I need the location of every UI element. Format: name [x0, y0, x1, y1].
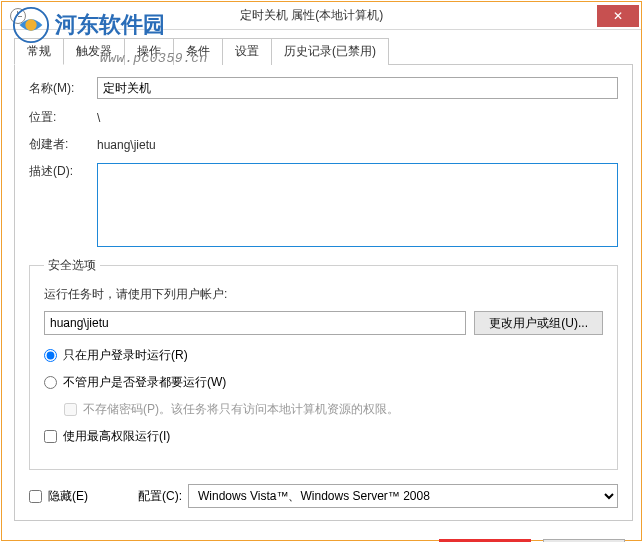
config-label: 配置(C):	[138, 488, 182, 505]
tab-bar: 常规 触发器 操作 条件 设置 历史记录(已禁用)	[14, 38, 641, 65]
radio-any-user-row[interactable]: 不管用户是否登录都要运行(W)	[44, 374, 603, 391]
radio-logged-on-label: 只在用户登录时运行(R)	[63, 347, 188, 364]
tab-conditions[interactable]: 条件	[173, 38, 223, 65]
run-as-label: 运行任务时，请使用下列用户帐户:	[44, 286, 603, 303]
tab-general[interactable]: 常规	[14, 38, 64, 65]
config-select[interactable]: Windows Vista™、Windows Server™ 2008	[188, 484, 618, 508]
change-user-button[interactable]: 更改用户或组(U)...	[474, 311, 603, 335]
radio-any-user-label: 不管用户是否登录都要运行(W)	[63, 374, 226, 391]
radio-logged-on-row[interactable]: 只在用户登录时运行(R)	[44, 347, 603, 364]
desc-label: 描述(D):	[29, 163, 97, 180]
user-account-input[interactable]	[44, 311, 466, 335]
window-title: 定时关机 属性(本地计算机)	[26, 7, 597, 24]
location-label: 位置:	[29, 109, 97, 126]
dialog-buttons: 确定 取消	[2, 529, 641, 542]
description-textarea[interactable]	[97, 163, 618, 247]
radio-any-user[interactable]	[44, 376, 57, 389]
no-store-pwd-label: 不存储密码(P)。该任务将只有访问本地计算机资源的权限。	[83, 401, 399, 418]
titlebar: 定时关机 属性(本地计算机) ✕	[2, 2, 641, 30]
hidden-row[interactable]: 隐藏(E)	[29, 488, 88, 505]
creator-label: 创建者:	[29, 136, 97, 153]
no-store-pwd-row: 不存储密码(P)。该任务将只有访问本地计算机资源的权限。	[64, 401, 603, 418]
security-legend: 安全选项	[44, 257, 100, 274]
highest-priv-row[interactable]: 使用最高权限运行(I)	[44, 428, 603, 445]
tab-actions[interactable]: 操作	[124, 38, 174, 65]
name-label: 名称(M):	[29, 80, 97, 97]
creator-value: huang\jietu	[97, 138, 156, 152]
tab-settings[interactable]: 设置	[222, 38, 272, 65]
clock-icon	[10, 8, 26, 24]
name-input[interactable]	[97, 77, 618, 99]
hidden-label: 隐藏(E)	[48, 488, 88, 505]
highest-priv-label: 使用最高权限运行(I)	[63, 428, 170, 445]
tab-triggers[interactable]: 触发器	[63, 38, 125, 65]
radio-logged-on[interactable]	[44, 349, 57, 362]
security-fieldset: 安全选项 运行任务时，请使用下列用户帐户: 更改用户或组(U)... 只在用户登…	[29, 257, 618, 470]
highest-priv-checkbox[interactable]	[44, 430, 57, 443]
close-button[interactable]: ✕	[597, 5, 639, 27]
tab-history[interactable]: 历史记录(已禁用)	[271, 38, 389, 65]
tab-panel-general: 名称(M): 位置: \ 创建者: huang\jietu 描述(D): 安全选…	[14, 64, 633, 521]
hidden-checkbox[interactable]	[29, 490, 42, 503]
no-store-pwd-checkbox	[64, 403, 77, 416]
location-value: \	[97, 111, 100, 125]
